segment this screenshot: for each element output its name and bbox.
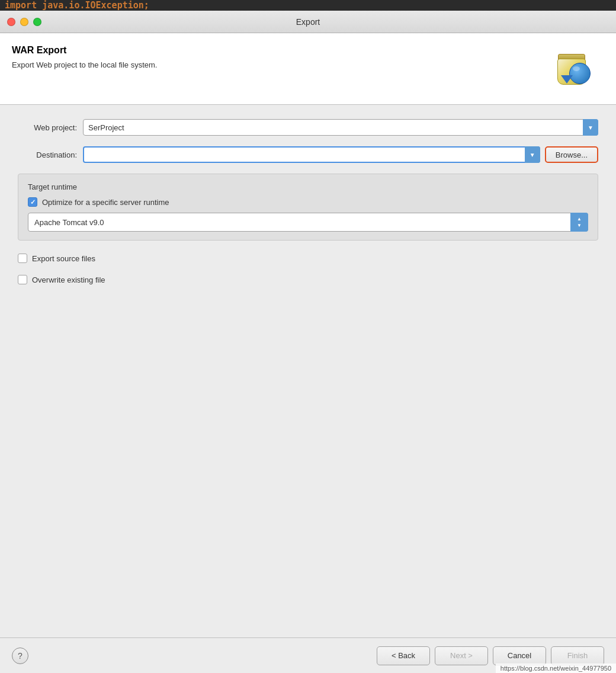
destination-label: Destination: — [18, 150, 77, 159]
war-export-icon — [551, 45, 598, 92]
form-area: Web project: SerProject ▼ Destination: — [0, 105, 616, 637]
export-options: Export source files Overwrite existing f… — [18, 251, 598, 293]
back-button[interactable]: < Back — [377, 646, 430, 665]
destination-input[interactable] — [83, 146, 540, 163]
dialog-content: WAR Export Export Web project to the loc… — [0, 33, 616, 673]
url-text: https://blog.csdn.net/weixin_44977950 — [500, 665, 611, 672]
destination-input-group: ▼ Browse... — [83, 146, 598, 163]
overwrite-checkbox[interactable] — [18, 275, 27, 284]
dialog-subtitle: Export Web project to the local file sys… — [12, 60, 157, 69]
destination-row: Destination: ▼ Browse... — [18, 146, 598, 163]
web-project-input-group: SerProject ▼ — [83, 119, 598, 136]
optimize-label: Optimize for a specific server runtime — [42, 198, 169, 207]
arrow-icon — [561, 75, 573, 84]
export-source-label: Export source files — [32, 254, 95, 263]
runtime-select-wrapper: Apache Tomcat v9.0 ▲ ▼ — [28, 213, 588, 232]
target-runtime-section: Target runtime Optimize for a specific s… — [18, 174, 598, 241]
web-project-select-wrapper: SerProject ▼ — [83, 119, 598, 136]
url-bar: https://blog.csdn.net/weixin_44977950 — [496, 664, 616, 673]
dialog-window: Export WAR Export Export Web project to … — [0, 11, 616, 673]
dialog-title: Export — [296, 17, 320, 27]
header-text-block: WAR Export Export Web project to the loc… — [12, 45, 157, 69]
web-project-select[interactable]: SerProject — [83, 119, 598, 136]
next-button[interactable]: Next > — [435, 646, 488, 665]
web-project-label: Web project: — [18, 123, 77, 132]
overwrite-label: Overwrite existing file — [32, 275, 105, 284]
window-controls — [7, 18, 41, 26]
navigation-buttons: < Back Next > Cancel Finish — [377, 646, 604, 665]
runtime-select[interactable]: Apache Tomcat v9.0 — [28, 213, 588, 232]
optimize-checkbox-row: Optimize for a specific server runtime — [28, 197, 588, 207]
destination-field-wrapper: ▼ — [83, 146, 540, 163]
browse-button[interactable]: Browse... — [545, 146, 598, 163]
maximize-button[interactable] — [33, 18, 41, 26]
title-bar: Export — [0, 11, 616, 33]
dialog-main-title: WAR Export — [12, 45, 157, 56]
cancel-button[interactable]: Cancel — [493, 646, 546, 665]
close-button[interactable] — [7, 18, 15, 26]
minimize-button[interactable] — [20, 18, 28, 26]
help-button[interactable]: ? — [12, 648, 28, 664]
target-runtime-label: Target runtime — [28, 182, 588, 191]
code-text: import java.io.IOException; — [5, 0, 149, 11]
optimize-checkbox[interactable] — [28, 197, 37, 207]
dialog-header: WAR Export Export Web project to the loc… — [0, 33, 616, 105]
finish-button[interactable]: Finish — [551, 646, 604, 665]
code-background: import java.io.IOException; — [0, 0, 616, 11]
web-project-row: Web project: SerProject ▼ — [18, 119, 598, 136]
export-source-checkbox[interactable] — [18, 254, 27, 263]
war-icon-graphic — [554, 48, 595, 89]
overwrite-row: Overwrite existing file — [18, 275, 598, 284]
export-source-row: Export source files — [18, 254, 598, 263]
